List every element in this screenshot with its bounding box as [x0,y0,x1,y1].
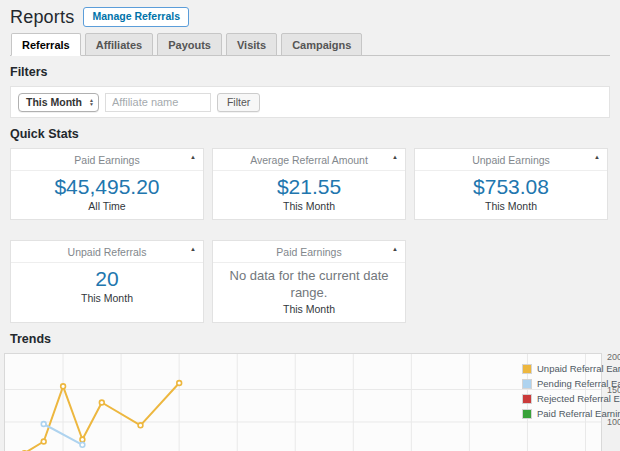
tab-payouts[interactable]: Payouts [157,33,222,56]
stat-value: 20 [15,266,199,291]
stat-card-paid-earnings-month: Paid Earnings ▲ No data for the current … [212,240,406,323]
stat-card-unpaid-referrals: Unpaid Referrals ▲ 20 This Month [10,240,204,323]
legend-swatch-icon [522,394,532,404]
stat-card-title: Paid Earnings ▲ [213,241,405,263]
trends-plot-area: Unpaid Referral EarningsPending Referral… [4,353,602,451]
page-title: Reports [10,7,74,28]
y-axis-tick-label: 100 [607,417,620,427]
filter-button[interactable]: Filter [217,93,260,112]
legend-label: Unpaid Referral Earnings [537,363,620,374]
date-range-selected-value: This Month [26,96,82,108]
quick-stats-grid: Paid Earnings ▲ $45,495.20 All Time Aver… [10,148,610,323]
stat-value: $753.08 [419,174,603,199]
tab-referrals[interactable]: Referrals [11,33,81,56]
legend-item: Unpaid Referral Earnings [522,361,620,376]
collapse-arrow-icon[interactable]: ▲ [190,154,196,160]
legend-swatch-icon [522,379,532,389]
legend-swatch-icon [522,364,532,374]
legend-item: Pending Referral Earnings [522,376,620,391]
stat-card-unpaid-earnings: Unpaid Earnings ▲ $753.08 This Month [414,148,608,220]
tab-visits[interactable]: Visits [226,33,277,56]
filters-heading: Filters [10,65,610,79]
stat-card-title: Unpaid Referrals ▲ [11,241,203,263]
legend-swatch-icon [522,409,532,419]
stat-period: This Month [15,292,199,304]
chart-legend: Unpaid Referral EarningsPending Referral… [522,361,620,421]
stat-period: This Month [217,200,401,212]
no-data-message: No data for the current date range. [217,266,401,302]
collapse-arrow-icon[interactable]: ▲ [594,154,600,160]
trends-chart: Unpaid Referral EarningsPending Referral… [4,353,610,451]
y-axis-tick-label: 150 [607,385,620,395]
date-range-select[interactable]: This Month ▲▼ [18,93,99,112]
manage-referrals-button[interactable]: Manage Referrals [83,7,189,27]
legend-item: Rejected Referral Earnings [522,391,620,406]
stat-period: This Month [419,200,603,212]
stat-card-title: Paid Earnings ▲ [11,149,203,171]
stat-card-title: Unpaid Earnings ▲ [415,149,607,171]
trends-chart-canvas [5,354,601,451]
legend-label: Rejected Referral Earnings [537,393,620,404]
legend-item: Paid Referral Earnings [522,406,620,421]
collapse-arrow-icon[interactable]: ▲ [392,154,398,160]
page-header: Reports Manage Referrals [10,0,610,29]
tab-campaigns[interactable]: Campaigns [281,33,362,56]
stat-card-paid-earnings: Paid Earnings ▲ $45,495.20 All Time [10,148,204,220]
affiliate-name-input[interactable] [105,93,211,112]
y-axis-tick-label: 200 [607,352,620,362]
filters-panel: This Month ▲▼ Filter [10,86,610,118]
tab-affiliates[interactable]: Affiliates [85,33,153,56]
select-stepper-icon: ▲▼ [89,98,94,106]
stat-card-average-referral-amount: Average Referral Amount ▲ $21.55 This Mo… [212,148,406,220]
stat-period: This Month [217,303,401,315]
stat-value: $21.55 [217,174,401,199]
trends-heading: Trends [10,332,610,346]
stat-value: $45,495.20 [15,174,199,199]
collapse-arrow-icon[interactable]: ▲ [190,246,196,252]
collapse-arrow-icon[interactable]: ▲ [392,246,398,252]
tab-bar: Referrals Affiliates Payouts Visits Camp… [10,33,610,56]
stat-card-title: Average Referral Amount ▲ [213,149,405,171]
stat-period: All Time [15,200,199,212]
reports-page: Reports Manage Referrals Referrals Affil… [0,0,620,451]
quick-stats-heading: Quick Stats [10,127,610,141]
